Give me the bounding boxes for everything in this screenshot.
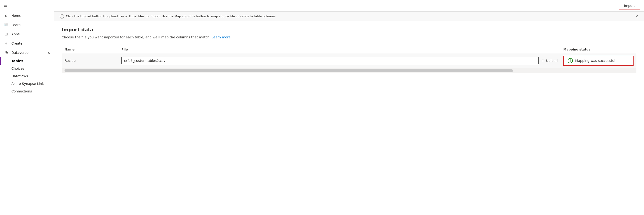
- scrollbar-row: [62, 68, 636, 73]
- sidebar-item-apps-label: Apps: [12, 32, 20, 36]
- main-area: Import i Click the Upload button to uplo…: [54, 0, 644, 215]
- sidebar-item-home-label: Home: [12, 14, 21, 17]
- import-title: Import data: [62, 27, 636, 32]
- status-success-icon: i: [568, 58, 573, 63]
- col-header-file: File: [118, 46, 560, 53]
- upload-label: Upload: [546, 59, 558, 63]
- sidebar-item-azure-synapse[interactable]: Azure Synapse Link: [0, 80, 54, 87]
- sidebar-top: ☰: [0, 0, 54, 11]
- import-button[interactable]: Import: [619, 2, 640, 9]
- import-description: Choose the file you want imported for ea…: [62, 35, 636, 39]
- upload-icon: ↑: [542, 58, 544, 63]
- col-header-name: Name: [62, 46, 118, 53]
- sidebar-item-apps[interactable]: ⊞ Apps: [0, 29, 54, 39]
- hamburger-icon[interactable]: ☰: [4, 3, 8, 8]
- sidebar-item-dataflows[interactable]: Dataflows: [0, 72, 54, 80]
- learn-more-link[interactable]: Learn more: [212, 35, 230, 39]
- sidebar-item-home[interactable]: ⌂ Home: [0, 11, 54, 20]
- sidebar-item-tables-label: Tables: [12, 59, 23, 63]
- horizontal-scrollbar[interactable]: [64, 69, 513, 72]
- row-name-value: Recipe: [64, 59, 76, 63]
- sidebar-item-dataflows-label: Dataflows: [12, 74, 28, 78]
- sidebar-section-dataverse-label: Dataverse: [12, 51, 28, 54]
- import-section: Import data Choose the file you want imp…: [54, 21, 644, 79]
- row-mapping-status-cell: i Mapping was successful: [560, 53, 636, 68]
- table-row: Recipe ↑ Upload: [62, 53, 636, 68]
- sidebar: ☰ ⌂ Home 📖 Learn ⊞ Apps + Create ◎ Datav…: [0, 0, 54, 215]
- status-text: Mapping was successful: [575, 59, 615, 63]
- banner-message: Click the Upload button to upload csv or…: [66, 14, 276, 18]
- mapping-table: Name File Mapping status Recipe: [62, 46, 636, 73]
- sidebar-item-connections-label: Connections: [12, 89, 32, 93]
- sidebar-item-azure-synapse-label: Azure Synapse Link: [12, 82, 44, 86]
- sidebar-item-create[interactable]: + Create: [0, 39, 54, 48]
- sidebar-item-connections[interactable]: Connections: [0, 87, 54, 95]
- top-bar: Import: [54, 0, 644, 12]
- create-icon: +: [4, 41, 8, 45]
- apps-icon: ⊞: [4, 32, 8, 36]
- banner-close-button[interactable]: ✕: [635, 14, 638, 18]
- dataverse-icon: ◎: [4, 50, 8, 55]
- sidebar-item-tables[interactable]: Tables: [0, 57, 54, 65]
- col-header-mapping-status: Mapping status: [560, 46, 636, 53]
- sidebar-item-learn[interactable]: 📖 Learn: [0, 20, 54, 29]
- sidebar-item-choices[interactable]: Choices: [0, 65, 54, 72]
- sidebar-item-choices-label: Choices: [12, 67, 24, 70]
- mapping-status-box: i Mapping was successful: [563, 56, 634, 66]
- upload-button[interactable]: ↑ Upload: [542, 58, 558, 63]
- row-name-cell: Recipe: [62, 53, 118, 68]
- info-circle-icon: i: [60, 14, 64, 18]
- row-file-cell: ↑ Upload: [118, 53, 560, 68]
- learn-icon: 📖: [4, 22, 8, 27]
- dataverse-sub-nav: Tables Choices Dataflows Azure Synapse L…: [0, 57, 54, 95]
- sidebar-item-create-label: Create: [12, 41, 22, 45]
- chevron-up-icon: ∧: [48, 51, 50, 54]
- file-input[interactable]: [122, 57, 539, 64]
- info-banner: i Click the Upload button to upload csv …: [54, 12, 644, 21]
- home-icon: ⌂: [4, 13, 8, 18]
- content-area: i Click the Upload button to upload csv …: [54, 12, 644, 215]
- sidebar-item-learn-label: Learn: [12, 23, 21, 27]
- sidebar-section-dataverse[interactable]: ◎ Dataverse ∧: [0, 48, 54, 57]
